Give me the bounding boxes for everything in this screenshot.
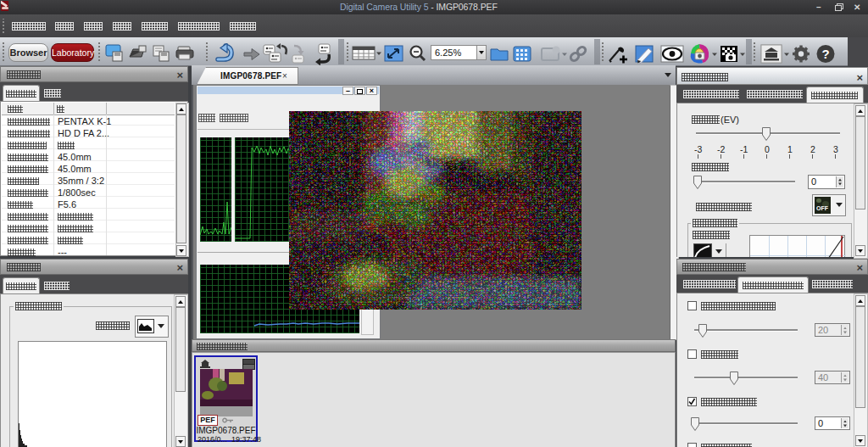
svg-text:?: ? — [821, 47, 829, 61]
